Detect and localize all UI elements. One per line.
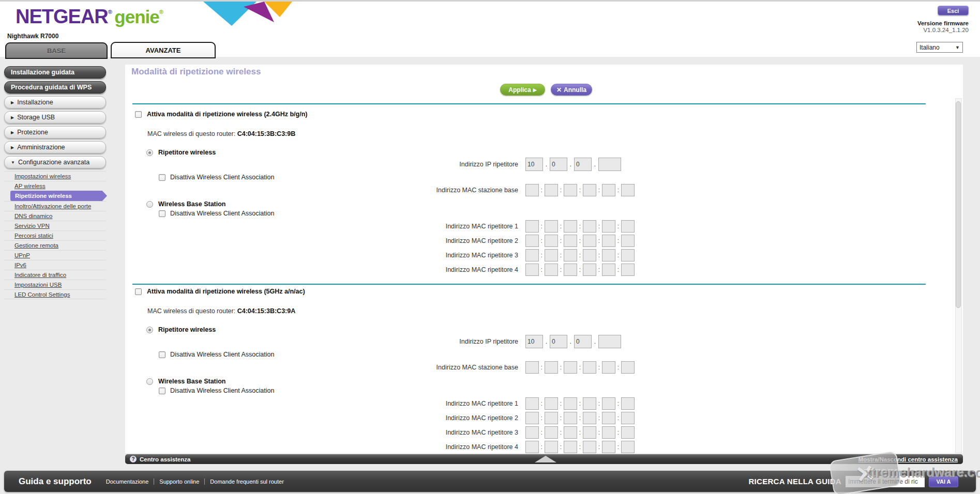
mac-segment[interactable] [525,235,539,247]
ip-octet-4[interactable] [598,158,621,171]
disable-association-checkbox[interactable] [159,210,165,217]
sidebar-item-indicatore-traffico[interactable]: Indicatore di traffico [4,270,106,280]
mac-segment[interactable] [564,220,577,233]
guide-search-go-button[interactable]: VAI A [929,476,958,487]
ip-octet-2[interactable] [550,335,567,348]
mac-segment[interactable] [621,361,635,374]
sidebar-item-percorsi-statici[interactable]: Percorsi statici [4,230,106,240]
scrollbar-thumb[interactable] [956,101,961,308]
mac-segment[interactable] [564,264,577,276]
sidebar-item-impostazioni-wireless[interactable]: Impostazioni wireless [4,171,106,181]
mac-segment[interactable] [583,441,596,453]
mac-segment[interactable] [602,264,615,276]
ip-octet-4[interactable] [598,335,621,348]
mac-segment[interactable] [583,397,596,410]
link-documentazione[interactable]: Documentazione [101,478,155,485]
mac-segment[interactable] [602,441,615,453]
mac-segment[interactable] [602,249,615,261]
guide-search-input[interactable] [846,476,925,487]
sidebar-item-led-control-settings[interactable]: LED Control Settings [4,289,106,299]
sidebar-group-configurazione-avanzata[interactable]: ▼ Configurazione avanzata [4,156,106,168]
logout-button[interactable]: Esci [938,6,969,16]
mac-segment[interactable] [545,184,558,196]
sidebar-item-ap-wireless[interactable]: AP wireless [4,181,106,191]
mac-segment[interactable] [583,220,596,233]
mac-segment[interactable] [564,397,577,410]
mac-segment[interactable] [621,235,635,247]
ip-octet-1[interactable] [525,335,543,348]
mac-segment[interactable] [545,412,558,424]
repeater-radio[interactable] [146,149,153,156]
mac-segment[interactable] [621,264,635,276]
mac-segment[interactable] [621,249,635,261]
mac-segment[interactable] [621,426,635,439]
mac-segment[interactable] [602,361,615,374]
mac-segment[interactable] [525,184,539,196]
link-domande-frequenti[interactable]: Domande frequenti sul router [205,478,289,485]
sidebar-group-storage-usb[interactable]: ▶ Storage USB [4,111,106,124]
mac-segment[interactable] [525,264,539,276]
mac-segment[interactable] [564,361,577,374]
mac-segment[interactable] [621,220,635,233]
mac-segment[interactable] [525,397,539,410]
apply-button[interactable]: Applica ▶ [500,84,545,96]
mac-segment[interactable] [525,249,539,261]
mac-segment[interactable] [525,220,539,233]
mac-segment[interactable] [583,249,596,261]
toggle-help-center-link[interactable]: Mostra/Nascondi centro assistenza [858,456,958,462]
mac-segment[interactable] [602,397,615,410]
tab-base[interactable]: BASE [5,42,108,59]
tab-avanzate[interactable]: AVANZATE [111,42,216,58]
mac-segment[interactable] [564,426,577,439]
sidebar-item-ripetizione-wireless[interactable]: Ripetizione wireless [10,191,107,201]
mac-segment[interactable] [602,235,615,247]
mac-segment[interactable] [525,412,539,424]
disable-association-checkbox[interactable] [159,388,165,394]
mac-segment[interactable] [525,361,539,374]
mac-segment[interactable] [602,184,615,196]
mac-segment[interactable] [602,220,615,233]
mac-segment[interactable] [621,441,635,453]
mac-segment[interactable] [621,412,635,424]
expand-up-arrow-icon[interactable] [535,456,556,462]
mac-segment[interactable] [564,441,577,453]
cancel-button[interactable]: ✕ Annulla [551,84,592,96]
disable-association-checkbox[interactable] [159,174,165,181]
mac-segment[interactable] [583,235,596,247]
mac-segment[interactable] [564,235,577,247]
sidebar-item-installazione-guidata[interactable]: Installazione guidata [4,66,106,79]
ip-octet-2[interactable] [550,158,567,171]
disable-association-checkbox[interactable] [159,351,165,358]
mac-segment[interactable] [583,264,596,276]
mac-segment[interactable] [583,184,596,196]
mac-segment[interactable] [545,220,558,233]
sidebar-item-procedura-wps[interactable]: Procedura guidata di WPS [4,81,106,94]
ip-octet-3[interactable] [574,158,592,171]
mac-segment[interactable] [545,264,558,276]
mac-segment[interactable] [545,249,558,261]
mac-segment[interactable] [545,397,558,410]
mac-segment[interactable] [602,412,615,424]
base-station-radio[interactable] [146,378,153,385]
mac-segment[interactable] [583,412,596,424]
mac-segment[interactable] [564,412,577,424]
sidebar-item-gestione-remota[interactable]: Gestione remota [4,240,106,250]
language-select[interactable]: Italiano ▼ [916,42,963,53]
mac-segment[interactable] [525,426,539,439]
mac-segment[interactable] [525,441,539,453]
mac-segment[interactable] [583,361,596,374]
mac-segment[interactable] [583,426,596,439]
link-supporto-online[interactable]: Supporto online [154,478,205,485]
mac-segment[interactable] [621,397,635,410]
mac-segment[interactable] [621,184,635,196]
mac-segment[interactable] [602,426,615,439]
mac-segment[interactable] [545,235,558,247]
sidebar-item-servizio-vpn[interactable]: Servizio VPN [4,221,106,230]
sidebar-item-ipv6[interactable]: IPv6 [4,260,106,270]
enable-repeating-checkbox[interactable] [135,111,142,118]
sidebar-group-amministrazione[interactable]: ▶ Amministrazione [4,141,106,153]
base-station-radio[interactable] [146,201,153,208]
sidebar-item-impostazioni-usb[interactable]: Impostazioni USB [4,280,106,289]
ip-octet-1[interactable] [525,158,543,171]
mac-segment[interactable] [545,361,558,374]
